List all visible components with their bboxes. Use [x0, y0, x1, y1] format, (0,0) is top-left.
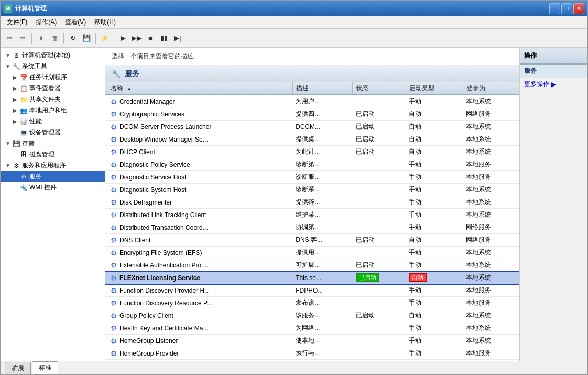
menu-action[interactable]: 操作(A)	[31, 17, 61, 28]
tree-shared-folders[interactable]: ▶ 📁 共享文件夹	[1, 94, 105, 105]
service-logon-cell: 本地系统	[463, 335, 519, 347]
up-button[interactable]: ⇧	[35, 32, 47, 45]
service-startup-cell: 手动	[406, 322, 463, 335]
col-logon[interactable]: 登录为	[463, 82, 519, 95]
menu-file[interactable]: 文件(F)	[3, 17, 31, 28]
table-row[interactable]: ⚙Diagnostic Service Host诊断服...手动本地服务	[105, 171, 519, 184]
service-desc-cell: 可扩展...	[292, 259, 352, 272]
col-desc[interactable]: 描述	[292, 82, 352, 95]
col-status[interactable]: 状态	[353, 82, 406, 95]
pause-button[interactable]: ▮▮	[158, 32, 170, 45]
service-name-label: DCOM Server Process Launcher	[119, 123, 211, 131]
close-button[interactable]: ✕	[573, 3, 584, 14]
service-icon: ⚙	[111, 173, 117, 181]
table-row[interactable]: ⚙FLEXnet Licensing ServiceThis se...已启动自…	[105, 272, 519, 284]
service-name-cell: ⚙FLEXnet Licensing Service	[105, 272, 292, 284]
table-row[interactable]: ⚙Health Key and Certificate Ma...为网络...手…	[105, 322, 519, 335]
table-row[interactable]: ⚙Disk Defragmenter提供碎...手动本地系统	[105, 196, 519, 209]
more-actions-arrow: ▶	[551, 81, 556, 88]
table-row[interactable]: ⚙Distributed Transaction Coord...协调第...手…	[105, 221, 519, 234]
tree-local-users[interactable]: ▶ 👥 本地用户和组	[1, 105, 105, 116]
tree-task-scheduler[interactable]: ▶ 📅 任务计划程序	[1, 72, 105, 83]
refresh-button[interactable]: ↻	[67, 32, 79, 45]
service-name-cell: ⚙HomeGroup Listener	[105, 335, 292, 347]
menu-help[interactable]: 帮助(H)	[90, 17, 120, 28]
description-prompt: 选择一个项目来查看它的描述。	[105, 48, 519, 66]
properties-button[interactable]: ⚡	[99, 32, 111, 45]
forward-button[interactable]: ⇨	[16, 32, 29, 45]
show-hide-button[interactable]: ▦	[48, 32, 61, 45]
menu-view[interactable]: 查看(V)	[61, 17, 90, 28]
service-name-cell: ⚙HomeGroup Provider	[105, 347, 292, 360]
table-row[interactable]: ⚙Diagnostic Policy Service诊断第...手动本地服务	[105, 158, 519, 171]
service-name-label: Diagnostic Policy Service	[119, 161, 190, 168]
table-row[interactable]: ⚙Diagnostic System Host诊断系...手动本地系统	[105, 184, 519, 196]
table-row[interactable]: ⚙DHCP Client为此计...已启动自动本地系统	[105, 146, 519, 158]
table-row[interactable]: ⚙HomeGroup Provider执行与...手动本地服务	[105, 347, 519, 360]
service-icon: ⚙	[111, 324, 117, 333]
service-logon-cell: 本地系统	[463, 95, 519, 108]
stop-button[interactable]: ■	[144, 32, 157, 45]
tree-icon-wmi: 🔩	[19, 184, 28, 192]
service-startup-cell: 自动	[406, 234, 463, 247]
service-name-label: Extensible Authentication Prot...	[119, 262, 208, 269]
service-icon: ⚙	[111, 223, 117, 232]
table-row[interactable]: ⚙Encrypting File System (EFS)提供用...手动本地系…	[105, 247, 519, 259]
service-logon-cell: 网络服务	[463, 221, 519, 234]
tree-event-viewer[interactable]: ▶ 📋 事件查看器	[1, 83, 105, 94]
service-icon: ⚙	[111, 123, 117, 131]
play-button[interactable]: ▶	[117, 32, 129, 45]
table-row[interactable]: ⚙Extensible Authentication Prot...可扩展...…	[105, 259, 519, 272]
service-desc-cell: 诊断系...	[292, 184, 352, 196]
services-table: 名称 ▲ 描述 状态 启动类型 登录为 ⚙Credential Manager为…	[105, 82, 519, 361]
services-table-container[interactable]: 名称 ▲ 描述 状态 启动类型 登录为 ⚙Credential Manager为…	[105, 82, 519, 361]
tree-disk-mgmt[interactable]: ▶ 🗄 磁盘管理	[1, 149, 105, 160]
service-logon-cell: 本地系统	[463, 322, 519, 335]
tree-device-manager[interactable]: ▶ 💻 设备管理器	[1, 127, 105, 138]
service-logon-cell: 本地服务	[463, 347, 519, 360]
service-icon: ⚙	[111, 274, 117, 282]
tree-wmi[interactable]: ▶ 🔩 WMI 控件	[1, 182, 105, 193]
service-status-cell	[353, 184, 406, 196]
window-controls: – □ ✕	[549, 3, 584, 14]
table-row[interactable]: ⚙Credential Manager为用户...手动本地系统	[105, 95, 519, 108]
tree-storage[interactable]: ▼ 💾 存储	[1, 138, 105, 149]
service-name-cell: ⚙Distributed Link Tracking Client	[105, 209, 292, 221]
tree-services[interactable]: ▶ ⚙ 服务	[1, 171, 105, 182]
service-desc-cell: 发布该...	[292, 297, 352, 309]
back-button[interactable]: ⇦	[3, 32, 15, 45]
table-row[interactable]: ⚙HomeGroup Listener使本地...手动本地系统	[105, 335, 519, 347]
tree-performance[interactable]: ▶ 📊 性能	[1, 116, 105, 127]
restart-button[interactable]: ▶|	[171, 32, 184, 45]
toolbar-sep-4	[114, 33, 114, 44]
tree-label-storage: 存储	[22, 139, 35, 148]
export-button[interactable]: 💾	[80, 32, 93, 45]
play-next-button[interactable]: ▶▶	[130, 32, 143, 45]
minimize-button[interactable]: –	[549, 3, 560, 14]
service-name-label: Cryptographic Services	[119, 111, 184, 118]
middle-panel: 选择一个项目来查看它的描述。 🔧 服务 名称 ▲ 描述	[105, 48, 519, 361]
table-row[interactable]: ⚙DCOM Server Process LauncherDCOM...已启动自…	[105, 121, 519, 133]
tab-extend[interactable]: 扩展	[5, 362, 31, 374]
col-startup[interactable]: 启动类型	[406, 82, 463, 95]
table-row[interactable]: ⚙Function Discovery Resource P...发布该...手…	[105, 297, 519, 309]
col-name[interactable]: 名称 ▲	[105, 82, 292, 95]
table-row[interactable]: ⚙Group Policy Client该服务...已启动自动本地系统	[105, 309, 519, 322]
table-row[interactable]: ⚙Cryptographic Services提供四...已启动自动网络服务	[105, 108, 519, 121]
more-actions-link[interactable]: 更多操作 ▶	[520, 78, 587, 90]
maximize-button[interactable]: □	[561, 3, 572, 14]
service-icon: ⚙	[111, 211, 117, 219]
table-row[interactable]: ⚙Desktop Window Manager Se...提供桌...已启动自动…	[105, 133, 519, 146]
service-desc-cell: DNS 客...	[292, 234, 352, 247]
service-logon-cell: 网络服务	[463, 108, 519, 121]
table-row[interactable]: ⚙Function Discovery Provider H...FDPHO..…	[105, 284, 519, 297]
tree-system-tools[interactable]: ▼ 🔧 系统工具	[1, 61, 105, 72]
service-status-cell: 已启动	[353, 121, 406, 133]
bottom-tabs: 扩展 标准	[1, 361, 587, 374]
tree-root[interactable]: ▼ 🖥 计算机管理(本地)	[1, 50, 105, 61]
table-row[interactable]: ⚙Distributed Link Tracking Client维护某...手…	[105, 209, 519, 221]
service-name-cell: ⚙Diagnostic System Host	[105, 184, 292, 196]
tab-standard[interactable]: 标准	[32, 361, 58, 374]
table-row[interactable]: ⚙DNS ClientDNS 客...已启动自动网络服务	[105, 234, 519, 247]
tree-services-apps[interactable]: ▼ ⚙ 服务和应用程序	[1, 160, 105, 171]
